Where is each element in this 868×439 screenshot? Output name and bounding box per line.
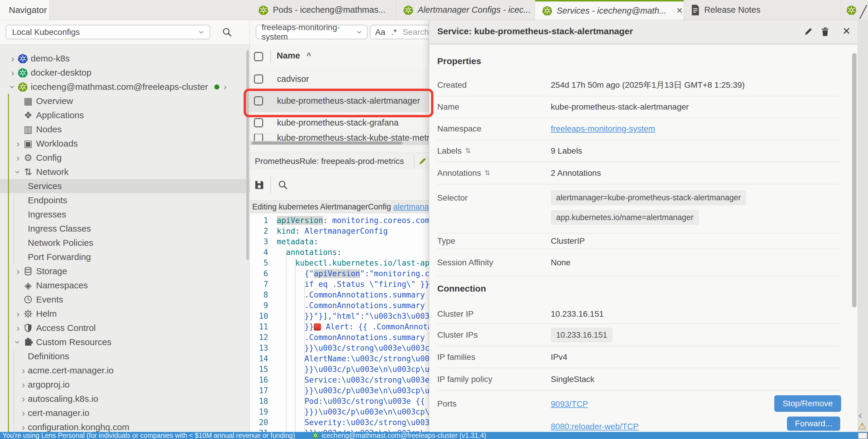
tab-release[interactable]: Release Notes bbox=[684, 0, 841, 20]
namespace-link[interactable]: freeleaps-monitoring-system bbox=[551, 124, 655, 134]
chevron-right-icon[interactable]: › bbox=[223, 82, 226, 92]
port-link[interactable]: 8080:reloader-web/TCP bbox=[551, 422, 639, 431]
sidebar-item-storage[interactable]: ›Storage bbox=[0, 264, 250, 278]
chevron-right-icon[interactable]: › bbox=[8, 54, 17, 63]
chevron-down-icon[interactable]: › bbox=[13, 338, 23, 346]
horizontal-scrollbar[interactable] bbox=[250, 141, 429, 145]
code-line: }}\u003c/p\u003e\n\u003cp\u003 bbox=[277, 364, 443, 375]
close-tab-icon[interactable]: ✕ bbox=[676, 6, 683, 15]
prometheusrule-dock-tab[interactable]: PrometheusRule: freepeals-prod-metrics bbox=[250, 153, 429, 170]
ip-families-row: IP families IPv4 bbox=[437, 346, 840, 368]
background-edge-strip: ╱ ‹ ⚠ bbox=[857, 20, 868, 432]
chevron-right-icon[interactable]: › bbox=[19, 394, 28, 404]
sidebar-item-autoscaling-k8s-io[interactable]: ›autoscaling.k8s.io bbox=[0, 392, 250, 406]
regex-toggle[interactable]: .* bbox=[391, 28, 397, 37]
sidebar-item-definitions[interactable]: Definitions bbox=[0, 349, 250, 363]
sidebar-item-workloads[interactable]: ›▣Workloads bbox=[0, 136, 250, 151]
kubernetes-icon bbox=[846, 5, 857, 15]
chevron-right-icon[interactable]: › bbox=[19, 380, 28, 390]
edit-pencil-icon[interactable] bbox=[803, 26, 814, 37]
name-column-header[interactable]: Name ^ bbox=[277, 51, 311, 61]
cluster-tree: ›demo-k8s›docker-desktop›icecheng@mathma… bbox=[0, 44, 250, 432]
sidebar-item-cert-manager-io[interactable]: ›cert-manager.io bbox=[0, 406, 250, 420]
sidebar-item-overview[interactable]: ▦Overview bbox=[0, 94, 250, 108]
port-link[interactable]: 9093/TCP bbox=[551, 399, 588, 409]
row-checkbox[interactable] bbox=[254, 118, 263, 127]
sidebar-item-network[interactable]: ›⇅Network bbox=[0, 165, 250, 179]
search-icon[interactable] bbox=[278, 180, 288, 190]
chevron-down-icon[interactable]: › bbox=[8, 82, 18, 91]
chevron-right-icon[interactable]: › bbox=[19, 366, 28, 375]
row-checkbox[interactable] bbox=[254, 74, 263, 83]
chevron-right-icon[interactable]: › bbox=[13, 267, 23, 276]
edit-pencil-icon[interactable] bbox=[417, 156, 428, 166]
sidebar-scrollbar[interactable] bbox=[246, 50, 249, 260]
select-all-checkbox[interactable] bbox=[254, 52, 263, 61]
sidebar-item-ingresses[interactable]: Ingresses bbox=[0, 207, 250, 222]
stop-remove-button[interactable]: Stop/Remove bbox=[774, 395, 841, 412]
chevron-right-icon[interactable]: › bbox=[13, 323, 23, 333]
sidebar-item-access-control[interactable]: ›Access Control bbox=[0, 321, 250, 335]
delete-trash-icon[interactable] bbox=[820, 26, 831, 37]
tab-alertmanager[interactable]: Alertmanager Configs - icec... bbox=[396, 0, 535, 20]
table-row-kube-prometheus-stack-kube-state-metrics[interactable]: kube-prometheus-stack-kube-state-metrics bbox=[250, 134, 439, 142]
code-line: if eq .Status \"firing\" }} bbox=[277, 279, 437, 290]
active-cluster-status[interactable]: icecheng@mathmast.com@freeleaps-cluster … bbox=[312, 432, 486, 439]
code-line: }}"}],"html":"\u003ch3\u003e\u bbox=[277, 311, 443, 322]
siren-emoji bbox=[314, 323, 321, 331]
sidebar-item-label: Network bbox=[36, 167, 69, 177]
sidebar-item-endpoints[interactable]: Endpoints bbox=[0, 193, 250, 207]
sidebar-item-docker-desktop[interactable]: ›docker-desktop bbox=[0, 66, 250, 80]
session-affinity-row: Session Affinity None bbox=[437, 249, 840, 276]
namespace-select[interactable]: freeleaps-monitoring-system › bbox=[256, 25, 368, 39]
tab-services[interactable]: Services - icecheng@math...✕ bbox=[535, 0, 684, 20]
warning-icon: ⚠ bbox=[858, 420, 867, 432]
match-case-toggle[interactable]: Aa bbox=[375, 28, 385, 37]
code-line: }}\u003c/p\u003e\n\u003cp\u003 bbox=[277, 385, 443, 396]
sidebar-item-config[interactable]: ›⚙Config bbox=[0, 151, 250, 165]
partial-ui-fragment bbox=[858, 433, 867, 439]
namespace-select-value: freeleaps-monitoring-system bbox=[261, 23, 358, 42]
panel-scrollbar[interactable] bbox=[852, 53, 857, 307]
tab-label: Release Notes bbox=[704, 5, 761, 15]
forward-button[interactable]: Forward... bbox=[787, 416, 840, 431]
sidebar-item-configuration-konghq-com[interactable]: ›configuration.konghq.com bbox=[0, 420, 250, 432]
chevron-right-icon[interactable]: › bbox=[19, 423, 28, 432]
sidebar-item-applications[interactable]: ❖Applications bbox=[0, 108, 250, 122]
custom-icon bbox=[23, 337, 34, 347]
sidebar-item-icecheng-mathmast-com-freeleaps-cluster[interactable]: ›icecheng@mathmast.com@freeleaps-cluster… bbox=[0, 80, 250, 94]
panel-header: Service: kube-prometheus-stack-alertmana… bbox=[429, 20, 857, 44]
close-icon[interactable]: ✕ bbox=[842, 25, 851, 37]
sort-toggle-icon[interactable]: ⇅ bbox=[465, 147, 471, 155]
tab-pods[interactable]: Pods - icecheng@mathmas... bbox=[251, 0, 396, 20]
sidebar-item-acme-cert-manager-io[interactable]: ›acme.cert-manager.io bbox=[0, 363, 250, 377]
line-number: 2 bbox=[250, 226, 268, 236]
kubeconfig-select[interactable]: Local Kubeconfigs › bbox=[6, 25, 210, 39]
chevron-right-icon[interactable]: › bbox=[8, 68, 17, 77]
sidebar-item-services[interactable]: Services bbox=[0, 179, 250, 193]
sidebar-item-demo-k8s[interactable]: ›demo-k8s bbox=[0, 52, 250, 66]
chevron-down-icon[interactable]: › bbox=[13, 168, 23, 176]
sidebar-item-events[interactable]: Events bbox=[0, 293, 250, 307]
sidebar-item-nodes[interactable]: ▥Nodes bbox=[0, 122, 250, 136]
chevron-right-icon[interactable]: › bbox=[13, 139, 23, 148]
chevron-right-icon[interactable]: › bbox=[13, 309, 23, 318]
sidebar-item-argoproj-io[interactable]: ›argoproj.io bbox=[0, 377, 250, 392]
sidebar-item-namespaces[interactable]: ◈Namespaces bbox=[0, 278, 250, 293]
kubernetes-icon bbox=[542, 6, 552, 16]
save-icon[interactable] bbox=[254, 180, 265, 190]
chevron-right-icon[interactable]: › bbox=[13, 153, 23, 163]
annotations-row: Annotations⇅ 2 Annotations bbox=[437, 162, 840, 184]
sidebar-item-network-policies[interactable]: Network Policies bbox=[0, 236, 250, 250]
sidebar-item-helm[interactable]: ›Helm bbox=[0, 307, 250, 321]
navigator-header: Navigator bbox=[0, 0, 50, 20]
search-icon[interactable] bbox=[222, 27, 232, 37]
sort-toggle-icon[interactable]: ⇅ bbox=[485, 169, 490, 177]
sidebar-item-port-forwarding[interactable]: Port Forwarding bbox=[0, 250, 250, 264]
line-number: 13 bbox=[250, 343, 268, 353]
chevron-right-icon[interactable]: › bbox=[19, 408, 28, 418]
table-row-cadvisor[interactable]: cadvisor bbox=[250, 68, 439, 90]
sidebar-item-custom-resources[interactable]: ›Custom Resources bbox=[0, 335, 250, 349]
sidebar-item-ingress-classes[interactable]: Ingress Classes bbox=[0, 222, 250, 236]
row-checkbox[interactable] bbox=[254, 134, 263, 142]
